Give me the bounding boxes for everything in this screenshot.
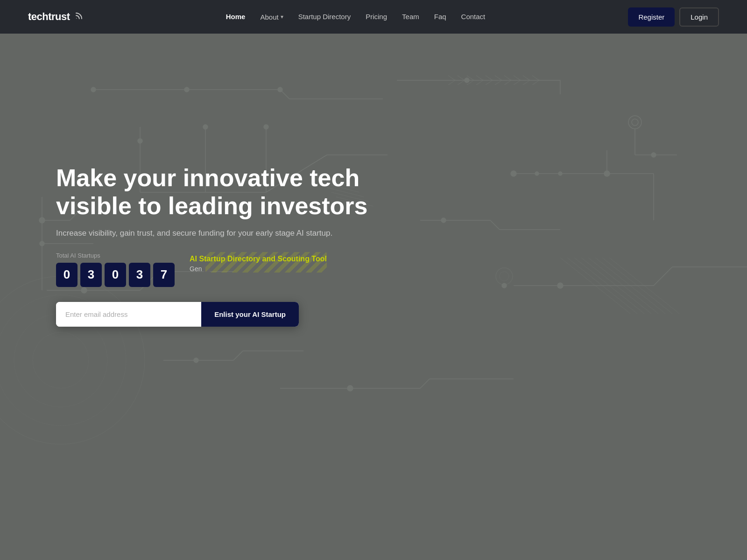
nav-link-about[interactable]: About [260, 13, 283, 21]
nav-link-team[interactable]: Team [402, 13, 419, 21]
logo[interactable]: techtrust [28, 11, 83, 23]
svg-point-4 [33, 332, 89, 388]
nav-item-startup-directory[interactable]: Startup Directory [298, 13, 351, 21]
hero-subtitle: Increase visibility, gain trust, and sec… [56, 229, 439, 238]
digit-0: 0 [56, 263, 78, 287]
enlist-button[interactable]: Enlist your AI Startup [201, 302, 299, 327]
svg-point-23 [264, 125, 268, 129]
register-button[interactable]: Register [628, 7, 675, 27]
nav-actions: Register Login [628, 7, 719, 27]
nav-link-startup-directory[interactable]: Startup Directory [298, 13, 351, 21]
digit-1: 3 [80, 263, 102, 287]
nav-item-faq[interactable]: Faq [434, 13, 446, 21]
nav-link-home[interactable]: Home [226, 13, 246, 21]
svg-line-72 [233, 351, 243, 360]
counter-section: Total AI Startups 0 3 0 3 7 AI Startup D… [56, 252, 439, 287]
svg-line-32 [490, 220, 500, 230]
svg-point-78 [347, 385, 353, 391]
svg-point-3 [14, 314, 107, 407]
svg-point-27 [604, 171, 610, 176]
hero-section: Make your innovative tech visible to lea… [0, 34, 747, 560]
svg-point-65 [500, 272, 509, 281]
svg-line-46 [654, 267, 672, 286]
navbar: techtrust Home About Startup Directory P… [0, 0, 747, 34]
svg-point-66 [628, 116, 641, 129]
svg-point-28 [511, 171, 516, 176]
svg-point-13 [465, 78, 469, 83]
svg-point-21 [138, 139, 142, 143]
counter-right: AI Startup Directory and Scouting Tool G… [190, 252, 327, 273]
svg-point-9 [184, 87, 189, 92]
svg-point-67 [632, 119, 638, 126]
logo-text: techtrust [28, 11, 70, 23]
svg-point-74 [194, 358, 198, 363]
nav-links: Home About Startup Directory Pricing Tea… [226, 13, 486, 21]
svg-point-64 [496, 268, 513, 285]
svg-point-29 [535, 172, 539, 175]
nav-item-contact[interactable]: Contact [461, 13, 486, 21]
svg-point-22 [203, 125, 208, 129]
nav-link-pricing[interactable]: Pricing [366, 13, 387, 21]
nav-item-about[interactable]: About [260, 13, 283, 21]
digit-4: 7 [153, 263, 175, 287]
counter-digits: 0 3 0 3 7 [56, 263, 175, 287]
svg-line-76 [420, 379, 430, 388]
svg-point-34 [441, 218, 446, 223]
email-form: Enlist your AI Startup [56, 302, 299, 327]
svg-point-70 [651, 153, 656, 157]
nav-link-contact[interactable]: Contact [461, 13, 486, 21]
hero-content: Make your innovative tech visible to lea… [56, 164, 439, 327]
rss-icon [75, 11, 83, 23]
nav-item-home[interactable]: Home [226, 13, 246, 21]
svg-point-49 [502, 283, 507, 288]
svg-point-8 [278, 87, 282, 92]
svg-point-48 [557, 283, 563, 288]
counter-label: Total AI Startups [56, 252, 175, 259]
nav-item-pricing[interactable]: Pricing [366, 13, 387, 21]
svg-point-0 [76, 18, 77, 19]
hero-title: Make your innovative tech visible to lea… [56, 164, 439, 220]
digit-3: 3 [129, 263, 150, 287]
login-button[interactable]: Login [679, 7, 719, 27]
svg-point-10 [91, 87, 96, 92]
counter-left: Total AI Startups 0 3 0 3 7 [56, 252, 175, 287]
digit-2: 0 [105, 263, 126, 287]
svg-point-30 [558, 172, 562, 175]
nav-item-team[interactable]: Team [402, 13, 419, 21]
nav-link-faq[interactable]: Faq [434, 13, 446, 21]
email-input[interactable] [56, 302, 201, 327]
stripe-bar [205, 252, 327, 273]
